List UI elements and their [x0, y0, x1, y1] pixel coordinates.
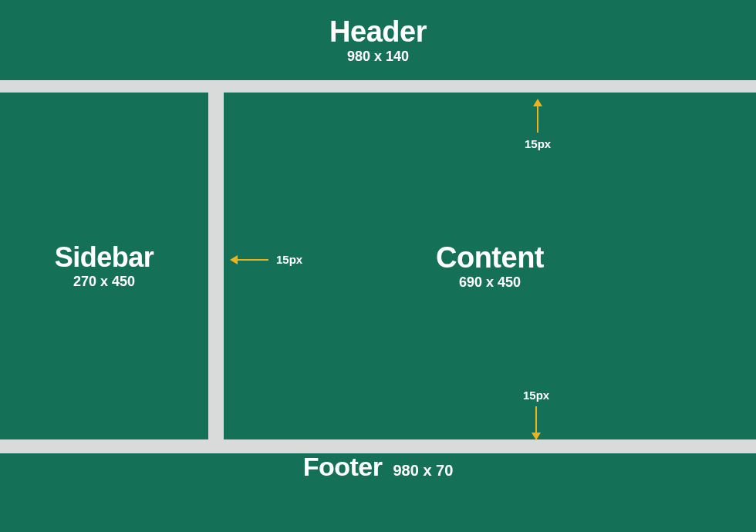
- header-dims: 980 x 140: [347, 49, 409, 63]
- content-title: Content: [436, 243, 544, 272]
- gap-annotation-bottom: 15px: [523, 389, 549, 440]
- content-dims: 690 x 450: [459, 275, 521, 289]
- footer-block: Footer 980 x 70: [0, 453, 756, 532]
- sidebar-dims: 270 x 450: [73, 274, 135, 288]
- header-title: Header: [329, 17, 427, 46]
- content-block: Content 690 x 450: [224, 93, 756, 439]
- gap-annotation-left: 15px: [230, 253, 302, 266]
- arrow-up-icon: [533, 99, 542, 133]
- arrow-down-icon: [532, 406, 541, 440]
- footer-dims: 980 x 70: [393, 463, 453, 478]
- gap-left-label: 15px: [276, 253, 302, 266]
- gap-annotation-top: 15px: [525, 99, 551, 150]
- footer-title: Footer: [303, 453, 383, 480]
- sidebar-title: Sidebar: [55, 244, 154, 271]
- layout-diagram: Header 980 x 140 Sidebar 270 x 450 Conte…: [0, 0, 756, 532]
- gap-bottom-label: 15px: [523, 389, 549, 402]
- header-block: Header 980 x 140: [0, 0, 756, 80]
- gap-top-label: 15px: [525, 137, 551, 150]
- sidebar-block: Sidebar 270 x 450: [0, 93, 208, 439]
- arrow-left-icon: [230, 255, 268, 264]
